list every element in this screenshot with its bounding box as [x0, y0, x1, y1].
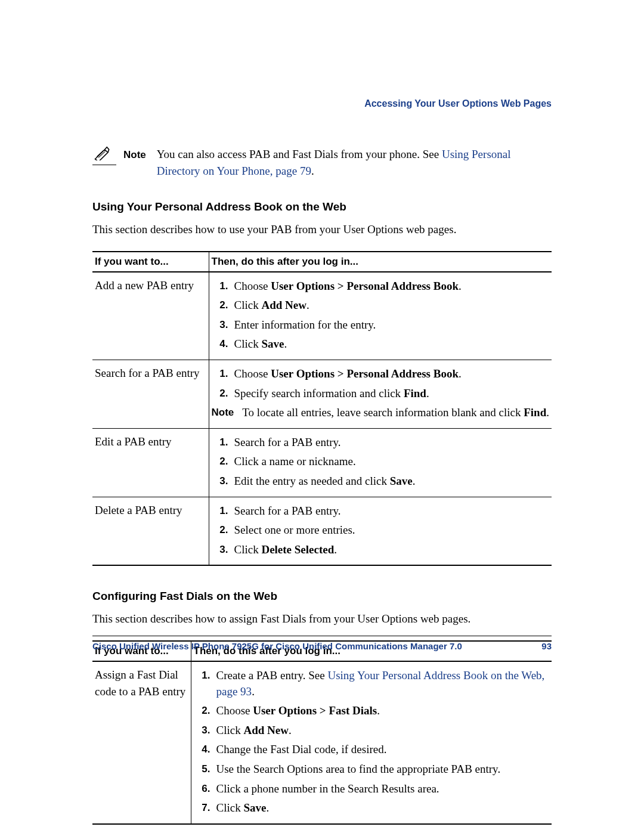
table-pab: If you want to... Then, do this after yo… [92, 251, 552, 566]
steps-cell: 1.Create a PAB entry. See Using Your Per… [191, 661, 552, 824]
task-cell: Delete a PAB entry [92, 497, 209, 565]
task-cell: Add a new PAB entry [92, 272, 209, 360]
table-row: Delete a PAB entry 1.Search for a PAB en… [92, 497, 552, 565]
table-row: Search for a PAB entry 1.Choose User Opt… [92, 360, 552, 429]
running-header: Accessing Your User Options Web Pages [92, 98, 552, 109]
section-fastdials: Configuring Fast Dials on the Web This s… [92, 590, 552, 824]
note-text: You can also access PAB and Fast Dials f… [157, 146, 552, 179]
steps-cell: 1.Search for a PAB entry. 2.Click a name… [209, 428, 552, 497]
table-header-task: If you want to... [92, 252, 209, 272]
task-cell: Edit a PAB entry [92, 428, 209, 497]
note-text-before: You can also access PAB and Fast Dials f… [157, 148, 442, 160]
section-pab: Using Your Personal Address Book on the … [92, 200, 552, 566]
steps-cell: 1.Choose User Options > Personal Address… [209, 360, 552, 429]
table-header-steps: Then, do this after you log in... [209, 252, 552, 272]
table-row: Edit a PAB entry 1.Search for a PAB entr… [92, 428, 552, 497]
table-row: Add a new PAB entry 1.Choose User Option… [92, 272, 552, 360]
table-fastdials: If you want to... Then, do this after yo… [92, 640, 552, 825]
footer-page-number: 93 [541, 641, 552, 651]
section-heading: Using Your Personal Address Book on the … [92, 200, 552, 213]
note-text-after: . [311, 165, 314, 177]
section-heading: Configuring Fast Dials on the Web [92, 590, 552, 603]
footer-title: Cisco Unified Wireless IP Phone 7925G fo… [92, 641, 462, 651]
steps-cell: 1.Choose User Options > Personal Address… [209, 272, 552, 360]
inline-note: Note To locate all entries, leave search… [212, 404, 550, 423]
page-footer: Cisco Unified Wireless IP Phone 7925G fo… [92, 636, 552, 651]
table-row: Assign a Fast Dial code to a PAB entry 1… [92, 661, 552, 824]
note-label: Note [123, 148, 146, 163]
section-intro: This section describes how to use your P… [92, 222, 552, 238]
note-icon [92, 146, 116, 163]
task-cell: Assign a Fast Dial code to a PAB entry [92, 661, 191, 824]
inline-note-label: Note [212, 405, 243, 420]
section-intro: This section describes how to assign Fas… [92, 611, 552, 627]
page: Accessing Your User Options Web Pages No… [0, 0, 644, 833]
task-cell: Search for a PAB entry [92, 360, 209, 429]
steps-cell: 1.Search for a PAB entry. 2.Select one o… [209, 497, 552, 565]
note-block: Note You can also access PAB and Fast Di… [92, 146, 552, 179]
